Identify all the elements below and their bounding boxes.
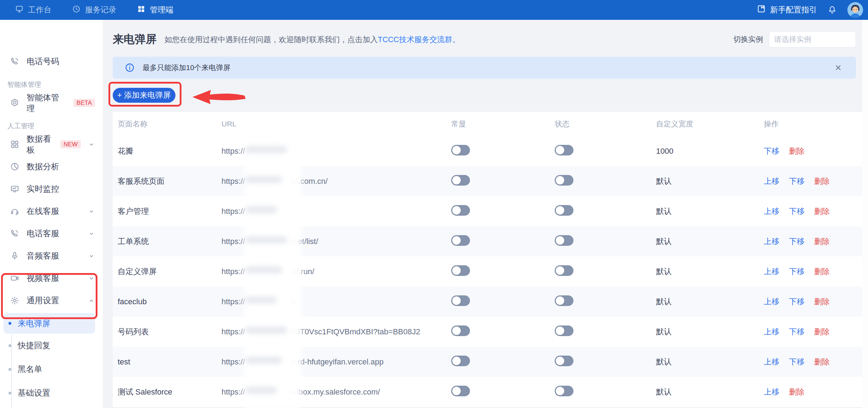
action-move-down[interactable]: 下移 <box>789 357 805 366</box>
cell-actions: 上移下移删除 <box>760 317 862 347</box>
chevron-down-icon <box>88 230 95 237</box>
cell-custom-width: 默认 <box>652 377 760 407</box>
action-move-down[interactable]: 下移 <box>789 207 805 216</box>
always-show-toggle[interactable] <box>451 386 470 396</box>
action-delete[interactable]: 删除 <box>814 267 830 276</box>
status-toggle[interactable] <box>555 325 573 336</box>
action-move-up[interactable]: 上移 <box>764 207 779 216</box>
sidebar-subitem-16[interactable]: 热词设置 <box>0 405 103 408</box>
action-move-up[interactable]: 上移 <box>764 357 779 366</box>
always-show-toggle[interactable] <box>451 205 470 216</box>
sidebar-item-label: 在线客服 <box>27 206 59 217</box>
action-move-up[interactable]: 上移 <box>764 177 779 186</box>
sidebar-item-board-4[interactable]: 数据看板NEW <box>0 133 103 155</box>
action-move-up[interactable]: 上移 <box>764 387 779 396</box>
action-delete[interactable]: 删除 <box>789 387 805 396</box>
sidebar-item-gear-11[interactable]: 通用设置 <box>0 289 103 312</box>
cell-status <box>550 377 652 407</box>
status-toggle[interactable] <box>555 295 573 306</box>
status-toggle[interactable] <box>555 145 573 155</box>
action-move-down[interactable]: 下移 <box>764 147 779 155</box>
url-suffix: ns.com.cn/ <box>290 177 327 186</box>
action-move-down[interactable]: 下移 <box>789 177 805 186</box>
sidebar-item-monitor-6[interactable]: 实时监控 <box>0 178 103 200</box>
always-show-toggle[interactable] <box>451 295 470 306</box>
cell-actions: 上移下移删除 <box>760 287 862 317</box>
toggle-knob <box>556 176 564 185</box>
url-prefix: https:// <box>222 357 245 366</box>
board-icon <box>10 140 19 149</box>
status-toggle[interactable] <box>555 356 573 366</box>
cell-url: https://cket/list/ <box>217 226 447 256</box>
sidebar-subitem-15[interactable]: 基础设置 <box>0 381 103 405</box>
switch-instance-label: 切换实例 <box>733 34 763 44</box>
sidebar-item-label: 数据分析 <box>27 161 59 172</box>
always-show-toggle[interactable] <box>451 235 470 246</box>
sidebar-subitem-12[interactable]: 来电弹屏 <box>4 313 95 334</box>
table-row-3: 工单系统https://cket/list/默认上移下移删除 <box>113 226 862 256</box>
action-move-down[interactable]: 下移 <box>789 267 805 276</box>
tccc-group-link[interactable]: TCCC技术服务交流群。 <box>378 35 460 44</box>
always-show-toggle[interactable] <box>451 325 470 336</box>
url-suffix: ndbox.my.salesforce.com/ <box>290 387 380 396</box>
action-move-up[interactable]: 上移 <box>764 297 779 306</box>
sidebar-subitem-13[interactable]: 快捷回复 <box>0 334 103 357</box>
popup-table: 页面名称 URL 常显 状态 自定义宽度 操作 花瓣https://1000下移… <box>113 112 856 407</box>
sidebar-item-phone-8[interactable]: 电话客服 <box>0 222 103 245</box>
sidebar-item-phone-0[interactable]: 电话号码 <box>0 50 103 73</box>
clock-icon <box>72 5 81 16</box>
action-delete[interactable]: 删除 <box>814 297 830 306</box>
chevron-down-icon <box>88 275 95 282</box>
sidebar-section-label: 人工管理 <box>0 119 103 133</box>
add-popup-button[interactable]: + 添加来电弹屏 <box>113 88 175 103</box>
sidebar-item-pie-5[interactable]: 数据分析 <box>0 155 103 178</box>
always-show-toggle[interactable] <box>451 356 470 366</box>
action-delete[interactable]: 删除 <box>814 177 830 186</box>
chevron-down-icon <box>88 253 95 260</box>
status-toggle[interactable] <box>555 265 573 276</box>
instance-select-input[interactable] <box>769 31 856 47</box>
sidebar-subitem-14[interactable]: 黑名单 <box>0 357 103 381</box>
sidebar-item-video-10[interactable]: 视频客服 <box>0 267 103 289</box>
cell-actions: 上移删除 <box>760 377 862 407</box>
action-move-up[interactable]: 上移 <box>764 327 779 336</box>
always-show-toggle[interactable] <box>451 175 470 186</box>
action-move-down[interactable]: 下移 <box>789 327 805 336</box>
user-avatar[interactable] <box>847 2 863 18</box>
always-show-toggle[interactable] <box>451 145 470 155</box>
cell-always-show <box>447 226 550 256</box>
cell-always-show <box>447 317 550 347</box>
action-delete[interactable]: 删除 <box>814 357 830 366</box>
topbar: 工作台 服务记录 管理端 新手配置指引 <box>0 0 868 20</box>
sidebar-item-mic-9[interactable]: 音频客服 <box>0 245 103 267</box>
banner-close-icon[interactable] <box>834 63 842 72</box>
action-move-up[interactable]: 上移 <box>764 237 779 246</box>
status-toggle[interactable] <box>555 205 573 216</box>
cell-actions: 上移下移删除 <box>760 347 862 377</box>
topbar-item-workbench[interactable]: 工作台 <box>15 5 51 16</box>
cell-url: https://ns.com.cn/ <box>217 166 447 196</box>
always-show-toggle[interactable] <box>451 265 470 276</box>
action-move-down[interactable]: 下移 <box>789 297 805 306</box>
action-delete[interactable]: 删除 <box>814 327 830 336</box>
status-toggle[interactable] <box>555 175 573 186</box>
topbar-item-records[interactable]: 服务记录 <box>72 5 116 16</box>
action-delete[interactable]: 删除 <box>814 207 830 216</box>
sidebar-item-label: 音频客服 <box>27 250 59 261</box>
bullet-dot <box>9 344 11 347</box>
sidebar-item-headset-7[interactable]: 在线客服 <box>0 200 103 222</box>
notification-bell-icon[interactable] <box>828 5 837 15</box>
status-toggle[interactable] <box>555 235 573 246</box>
status-toggle[interactable] <box>555 386 573 396</box>
table-row-7: testhttps://xcrd-hfutgeyifan.vercel.app默… <box>113 347 862 377</box>
action-delete[interactable]: 删除 <box>814 237 830 246</box>
action-move-up[interactable]: 上移 <box>764 267 779 276</box>
cell-page-name: 花瓣 <box>113 136 217 166</box>
topbar-item-admin[interactable]: 管理端 <box>137 5 173 16</box>
sidebar-item-agent-2[interactable]: 智能体管理BETA <box>0 92 103 114</box>
action-delete[interactable]: 删除 <box>789 147 805 155</box>
action-move-down[interactable]: 下移 <box>789 237 805 246</box>
topbar-item-label: 管理端 <box>150 5 173 15</box>
guide-button[interactable]: 新手配置指引 <box>757 4 817 16</box>
topbar-right: 新手配置指引 <box>757 2 868 18</box>
